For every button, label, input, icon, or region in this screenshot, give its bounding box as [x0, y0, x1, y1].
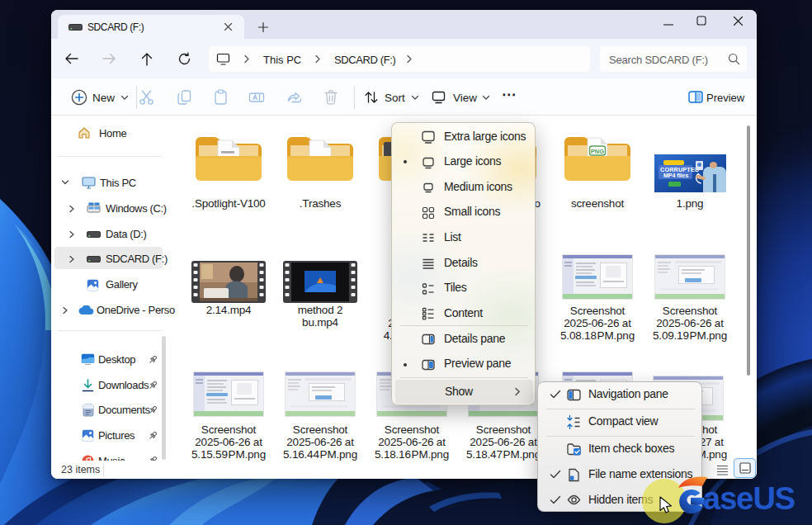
- svg-text:PNG: PNG: [591, 148, 604, 155]
- svg-text:aseUS: aseUS: [703, 481, 795, 516]
